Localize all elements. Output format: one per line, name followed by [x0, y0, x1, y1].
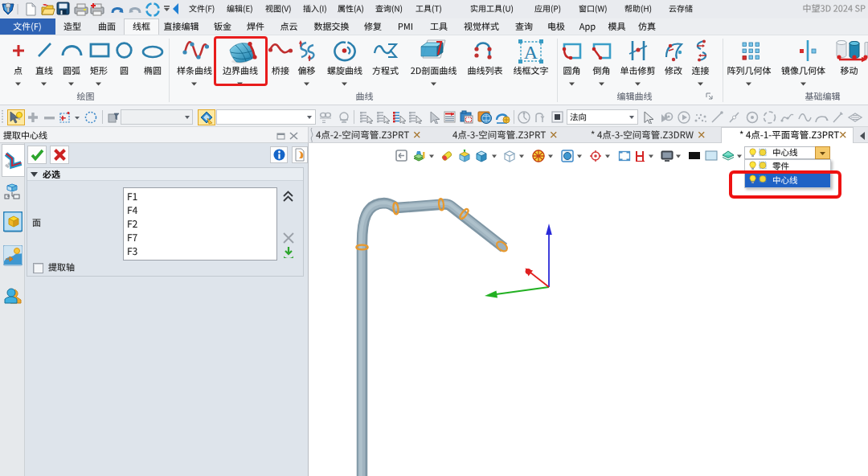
- svg-text:A: A: [524, 42, 538, 63]
